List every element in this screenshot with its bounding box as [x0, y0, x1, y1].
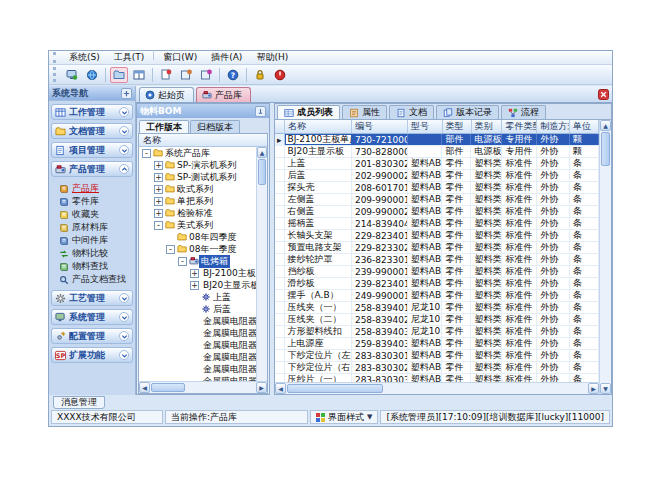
menu-系统[interactable]: 系统(S) [62, 50, 107, 65]
cell-制造方式[interactable]: 外协 [537, 278, 570, 289]
sidebar-group-配置管理[interactable]: 配置管理 [51, 328, 133, 344]
sidebar-group-系统管理[interactable]: 系统管理 [51, 309, 133, 325]
menubar-grip[interactable] [53, 52, 58, 62]
cell-类型[interactable]: 零件 [442, 290, 471, 301]
cell-编号[interactable]: 283-830302-00E [352, 362, 408, 373]
current-row-indicator-icon[interactable]: ▸ [275, 134, 285, 145]
cell-单位[interactable]: 条 [570, 254, 599, 265]
tree-node-金属膜电阻器[interactable]: 金属膜电阻器 [139, 315, 256, 327]
table-horizontal-scrollbar[interactable]: ◀ ▶ [275, 382, 599, 394]
cell-单位[interactable]: 条 [570, 302, 599, 313]
cell-单位[interactable]: 条 [570, 206, 599, 217]
cell-类型[interactable]: 零件 [442, 302, 471, 313]
cell-编号[interactable]: 214-839404-01E [352, 218, 408, 229]
sidebar-item-产品库[interactable]: 产品库 [51, 182, 133, 195]
tree-column-header[interactable]: 名称 [139, 134, 267, 147]
cell-单位[interactable]: 条 [570, 158, 599, 169]
cell-零件类型[interactable]: 专用件 [502, 146, 537, 157]
cell-名称[interactable]: 长轴头支架 [285, 230, 352, 241]
cell-类别[interactable]: 塑料类 [471, 290, 502, 301]
cell-单位[interactable]: 颗 [570, 146, 599, 157]
cell-类型[interactable]: 零件 [442, 362, 471, 373]
cell-名称[interactable]: 后盖 [285, 170, 352, 181]
cell-类型[interactable]: 零件 [442, 242, 471, 253]
cell-零件类型[interactable]: 标准件 [502, 302, 537, 313]
cell-类别[interactable]: 塑料类 [471, 374, 502, 382]
tree-node-系统产品库[interactable]: -系统产品库 [139, 147, 256, 159]
document-tab-产品库[interactable]: 产品库 [196, 87, 251, 102]
cell-型号[interactable]: 塑料ABS [408, 374, 443, 382]
cell-类别[interactable]: 塑料类 [471, 326, 502, 337]
tree-horizontal-scrollbar[interactable]: ◀ ▶ [139, 381, 267, 393]
menu-工具[interactable]: 工具(T) [107, 50, 152, 65]
cell-制造方式[interactable]: 外协 [537, 218, 570, 229]
cell-单位[interactable]: 条 [570, 242, 599, 253]
tree-node-上盖[interactable]: 上盖 [139, 291, 256, 303]
cell-单位[interactable]: 条 [570, 278, 599, 289]
cell-制造方式[interactable]: 外协 [537, 206, 570, 217]
cell-单位[interactable]: 条 [570, 170, 599, 181]
cell-类型[interactable]: 零件 [442, 338, 471, 349]
sidebar-item-中间件库[interactable]: 中间件库 [51, 234, 133, 247]
cell-编号[interactable]: 229-823302-00E [352, 242, 408, 253]
table-row[interactable]: 摇柄盖214-839404-01E塑料ABS零件塑料类标准件外协条 [275, 218, 599, 230]
monitor-button[interactable] [63, 67, 81, 83]
cell-编号[interactable]: 239-823401-00E [352, 278, 408, 289]
cell-名称[interactable]: 左侧盖 [285, 194, 352, 205]
tree-vertical-scrollbar[interactable]: ▲ [256, 147, 267, 381]
cell-制造方式[interactable]: 外协 [537, 242, 570, 253]
chevron-down-icon[interactable] [119, 331, 129, 341]
cell-编号[interactable]: 730-828000-04E [352, 146, 408, 157]
cell-类别[interactable]: 塑料类 [471, 350, 502, 361]
help-button[interactable]: ? [224, 67, 242, 83]
table-row[interactable]: 上电源座259-839403-00E塑料ABS零件塑料类标准件外协条 [275, 338, 599, 350]
sidebar-item-零件库[interactable]: 零件库 [51, 195, 133, 208]
cell-名称[interactable]: 探头壳 [285, 182, 352, 193]
cell-类型[interactable]: 零件 [442, 230, 471, 241]
cell-编号[interactable]: 209-990001-01E [352, 194, 408, 205]
column-header-型号[interactable]: 型号 [408, 120, 443, 133]
cell-单位[interactable]: 条 [570, 350, 599, 361]
column-header-制造方式[interactable]: 制造方式 [537, 120, 570, 133]
cell-编号[interactable]: 283-830301-00E [352, 350, 408, 361]
table-row[interactable]: 左侧盖209-990001-01E塑料ABS零件塑料类标准件外协条 [275, 194, 599, 206]
doc-badge2-button[interactable] [177, 67, 195, 83]
cell-零件类型[interactable]: 标准件 [502, 338, 537, 349]
cell-型号[interactable]: 塑料ABS [408, 254, 443, 265]
table-row[interactable]: 预置电路支架229-823302-00E塑料ABS零件塑料类标准件外协条 [275, 242, 599, 254]
cell-编号[interactable]: 258-839403-00E [352, 326, 408, 337]
cell-名称[interactable]: 下纱定位片（左） [285, 350, 352, 361]
cell-单位[interactable]: 条 [570, 266, 599, 277]
cell-类型[interactable]: 零件 [442, 194, 471, 205]
cell-零件类型[interactable]: 标准件 [502, 182, 537, 193]
cell-制造方式[interactable]: 外协 [537, 194, 570, 205]
cell-制造方式[interactable]: 外协 [537, 326, 570, 337]
cell-单位[interactable]: 条 [570, 218, 599, 229]
scroll-up-arrow-icon[interactable]: ▲ [600, 120, 611, 131]
row-selector-gutter[interactable] [275, 146, 285, 157]
cell-零件类型[interactable]: 标准件 [502, 242, 537, 253]
cell-零件类型[interactable]: 标准件 [502, 230, 537, 241]
cell-名称[interactable]: BJ-2100主板单点 [285, 134, 352, 145]
cell-型号[interactable]: 塑料ABS [408, 230, 443, 241]
tree-expand-expand-icon[interactable]: + [154, 173, 163, 182]
table-row[interactable]: 上盖201-830302-00E塑料ABS零件塑料类标准件外协条 [275, 158, 599, 170]
scroll-right-arrow-icon[interactable]: ▶ [256, 382, 267, 393]
cell-单位[interactable]: 条 [570, 362, 599, 373]
sidebar-pin-button[interactable] [121, 88, 132, 99]
folder-button[interactable] [110, 67, 128, 83]
cell-类别[interactable]: 塑料类 [471, 338, 502, 349]
sidebar-item-产品文档查找[interactable]: 产品文档查找 [51, 273, 133, 286]
cell-零件类型[interactable]: 标准件 [502, 374, 537, 382]
chevron-down-icon[interactable] [119, 293, 129, 303]
sidebar-group-产品管理[interactable]: 产品管理 [51, 161, 133, 177]
cell-类别[interactable]: 塑料类 [471, 182, 502, 193]
cell-型号[interactable]: 塑料ABS [408, 338, 443, 349]
cell-类别[interactable]: 塑料类 [471, 170, 502, 181]
cell-类别[interactable]: 电源板 [471, 134, 502, 145]
doc-badge3-button[interactable] [197, 67, 215, 83]
cell-单位[interactable]: 颗 [570, 134, 599, 145]
cell-编号[interactable]: 239-990001-01E [352, 266, 408, 277]
cell-编号[interactable]: 259-839403-00E [352, 338, 408, 349]
column-header-单位[interactable]: 单位 [570, 120, 599, 133]
